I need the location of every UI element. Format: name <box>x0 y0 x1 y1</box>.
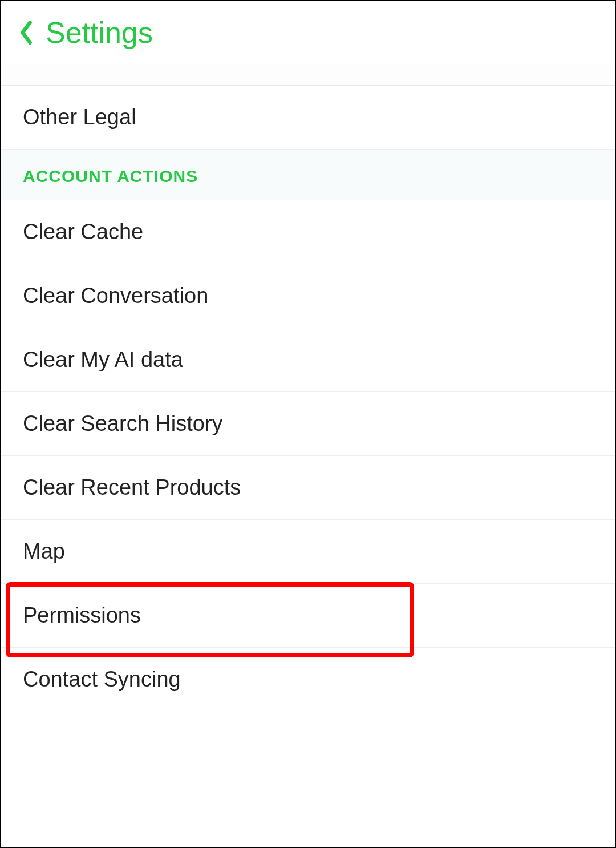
item-label: Clear Cache <box>23 220 143 244</box>
item-label: Clear Conversation <box>23 284 208 308</box>
item-clear-recent-products[interactable]: Clear Recent Products <box>1 456 615 520</box>
section-label: ACCOUNT ACTIONS <box>23 167 198 185</box>
item-label: Clear Recent Products <box>23 475 241 499</box>
settings-header: Settings <box>1 1 615 64</box>
item-contact-syncing[interactable]: Contact Syncing <box>1 648 615 711</box>
item-label: Map <box>23 539 65 563</box>
item-other-legal[interactable]: Other Legal <box>1 86 615 150</box>
back-icon[interactable] <box>18 20 34 45</box>
page-title: Settings <box>46 15 153 50</box>
item-clear-my-ai-data[interactable]: Clear My AI data <box>1 328 615 392</box>
item-label: Clear My AI data <box>23 348 183 371</box>
item-clear-search-history[interactable]: Clear Search History <box>1 392 615 456</box>
separator <box>1 64 615 86</box>
item-map[interactable]: Map <box>1 520 615 584</box>
item-clear-conversation[interactable]: Clear Conversation <box>1 264 615 328</box>
item-label: Clear Search History <box>23 411 223 435</box>
section-account-actions: ACCOUNT ACTIONS <box>1 150 615 200</box>
item-clear-cache[interactable]: Clear Cache <box>1 200 615 264</box>
item-permissions[interactable]: Permissions <box>1 584 615 648</box>
item-label: Permissions <box>23 603 141 627</box>
item-label: Contact Syncing <box>23 667 181 691</box>
item-label: Other Legal <box>23 105 136 129</box>
